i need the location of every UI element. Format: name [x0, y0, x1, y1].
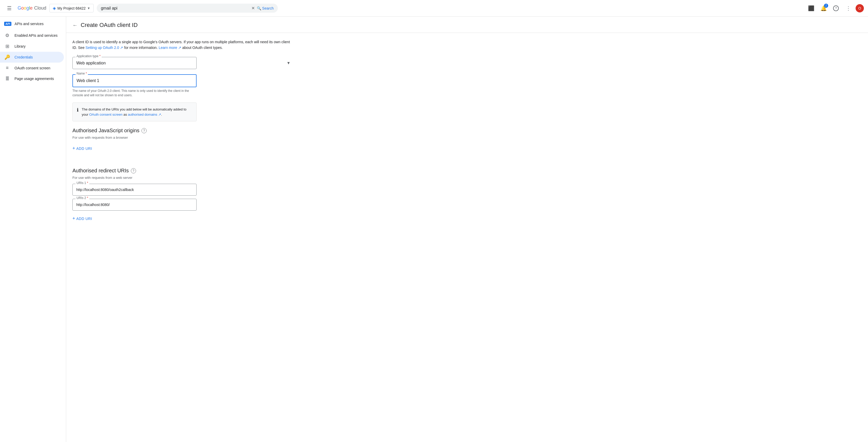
- uri2-wrapper: URIs 2 *: [72, 199, 196, 211]
- info-box: ℹ The domains of the URIs you add below …: [72, 102, 196, 121]
- search-bar: ✕ 🔍 Search: [97, 4, 278, 13]
- sidebar-item-oauth-consent[interactable]: ≡ OAuth consent screen: [0, 63, 64, 73]
- layout: API APIs and services ⚙ Enabled APIs and…: [0, 17, 868, 442]
- add-js-uri-label: ADD URI: [76, 146, 92, 151]
- description: A client ID is used to identify a single…: [72, 39, 293, 51]
- enabled-apis-icon: ⚙: [4, 33, 10, 38]
- redirect-uris-title: Authorised redirect URIs: [72, 168, 129, 174]
- section-divider: [72, 159, 293, 168]
- sidebar-item-label: OAuth consent screen: [14, 66, 51, 70]
- info-text: The domains of the URIs you add below wi…: [82, 107, 192, 117]
- logo-cloud-text: Cloud: [34, 5, 46, 11]
- application-type-field: Application type * Web application Andro…: [72, 57, 293, 69]
- avatar[interactable]: O: [856, 4, 864, 12]
- dropdown-arrow-icon: ▾: [287, 60, 290, 66]
- logo-g2: g: [26, 5, 29, 10]
- redirect-uris-heading: Authorised redirect URIs ?: [72, 168, 293, 174]
- sidebar-header: API APIs and services: [0, 19, 66, 30]
- name-input[interactable]: [72, 74, 196, 87]
- name-field: Name * The name of your OAuth 2.0 client…: [72, 74, 293, 97]
- uri2-input[interactable]: [72, 199, 196, 211]
- name-hint: The name of your OAuth 2.0 client. This …: [72, 89, 196, 97]
- notifications-count: 2: [824, 4, 828, 8]
- oauth-consent-link[interactable]: OAuth consent screen: [89, 113, 123, 116]
- redirect-uris-section: Authorised redirect URIs ? For use with …: [72, 168, 293, 223]
- logo-o1: o: [21, 5, 24, 10]
- form-content: A client ID is used to identify a single…: [66, 33, 299, 236]
- search-input[interactable]: [101, 6, 249, 10]
- sidebar-item-enabled-apis[interactable]: ⚙ Enabled APIs and services: [0, 30, 64, 41]
- js-origins-section: Authorised JavaScript origins ? For use …: [72, 127, 293, 153]
- sidebar: API APIs and services ⚙ Enabled APIs and…: [0, 17, 66, 442]
- uri1-input[interactable]: [72, 184, 196, 196]
- project-selector[interactable]: ◈ My Project 68422 ▼: [50, 4, 94, 12]
- authorised-domains-link[interactable]: authorised domains ↗: [128, 113, 161, 116]
- sidebar-item-library[interactable]: ⊞ Library: [0, 41, 64, 52]
- chevron-down-icon: ▼: [87, 6, 90, 10]
- more-dots-icon: ⋮: [846, 5, 851, 11]
- learn-more-link[interactable]: Learn more ↗: [159, 46, 181, 50]
- sidebar-item-page-usage[interactable]: ≣ Page usage agreements: [0, 73, 64, 84]
- info-icon: ℹ: [77, 107, 79, 113]
- uri1-container: URIs 1 *: [72, 184, 293, 196]
- sidebar-item-label: Enabled APIs and services: [14, 33, 58, 37]
- redirect-uris-help-icon[interactable]: ?: [131, 168, 136, 173]
- logo-google: Google: [18, 5, 33, 11]
- main-content: ← Create OAuth client ID A client ID is …: [66, 17, 868, 442]
- add-redirect-uri-button[interactable]: + ADD URI: [72, 214, 92, 223]
- sidebar-item-label: Credentials: [14, 55, 33, 59]
- js-origins-title: Authorised JavaScript origins: [72, 127, 140, 134]
- sidebar-item-label: Page usage agreements: [14, 77, 54, 81]
- redirect-uris-subtext: For use with requests from a web server: [72, 176, 293, 180]
- search-button[interactable]: 🔍 Search: [257, 6, 274, 10]
- terminal-button[interactable]: ⬛: [806, 3, 816, 13]
- avatar-initial: O: [859, 6, 861, 10]
- google-cloud-logo[interactable]: Google Cloud: [18, 5, 46, 11]
- topbar: ☰ Google Cloud ◈ My Project 68422 ▼ ✕ 🔍 …: [0, 0, 868, 17]
- back-button[interactable]: ←: [72, 22, 78, 28]
- oauth-icon: ≡: [4, 65, 10, 71]
- page-header: ← Create OAuth client ID: [66, 17, 868, 33]
- logo-g: G: [18, 5, 21, 10]
- help-button[interactable]: ?: [831, 3, 841, 13]
- logo-o2: o: [24, 5, 26, 10]
- add-redirect-uri-label: ADD URI: [76, 216, 92, 221]
- api-badge: API: [4, 22, 11, 26]
- setup-oauth-link[interactable]: Setting up OAuth 2.0 ↗: [86, 46, 123, 50]
- sidebar-item-label: Library: [14, 44, 26, 49]
- name-label: Name *: [75, 72, 88, 75]
- sidebar-title: APIs and services: [14, 22, 43, 26]
- page-title: Create OAuth client ID: [81, 22, 137, 28]
- sidebar-item-credentials[interactable]: 🔑 Credentials: [0, 52, 64, 63]
- plus-icon: +: [72, 146, 75, 151]
- more-options-button[interactable]: ⋮: [843, 3, 854, 13]
- application-type-label: Application type *: [75, 54, 102, 58]
- search-label: Search: [262, 6, 274, 10]
- uri2-container: URIs 2 *: [72, 199, 293, 211]
- application-type-select[interactable]: Web application Android iOS Chrome App D…: [72, 57, 196, 69]
- help-icon: ?: [833, 5, 839, 11]
- back-arrow-icon: ←: [72, 22, 78, 28]
- notifications-badge: 🔔 2: [818, 3, 829, 13]
- add-js-uri-button[interactable]: + ADD URI: [72, 144, 92, 153]
- hamburger-icon: ☰: [7, 5, 12, 11]
- uri1-wrapper: URIs 1 *: [72, 184, 196, 196]
- project-icon: ◈: [53, 6, 56, 10]
- terminal-icon: ⬛: [808, 5, 814, 11]
- js-origins-heading: Authorised JavaScript origins ?: [72, 127, 293, 134]
- js-origins-subtext: For use with requests from a browser: [72, 136, 293, 140]
- topbar-right: ⬛ 🔔 2 ? ⋮ O: [806, 3, 864, 13]
- search-icon: 🔍: [257, 6, 261, 10]
- uri1-label: URIs 1 *: [75, 181, 89, 185]
- page-usage-icon: ≣: [4, 76, 10, 82]
- clear-search-icon[interactable]: ✕: [251, 6, 255, 10]
- menu-button[interactable]: ☰: [4, 3, 14, 13]
- js-origins-help-icon[interactable]: ?: [142, 128, 147, 133]
- library-icon: ⊞: [4, 43, 10, 49]
- credentials-icon: 🔑: [4, 54, 10, 60]
- logo-e: e: [30, 5, 33, 10]
- uri2-label: URIs 2 *: [75, 196, 89, 200]
- project-name: My Project 68422: [57, 6, 86, 10]
- plus-icon-redirect: +: [72, 216, 75, 221]
